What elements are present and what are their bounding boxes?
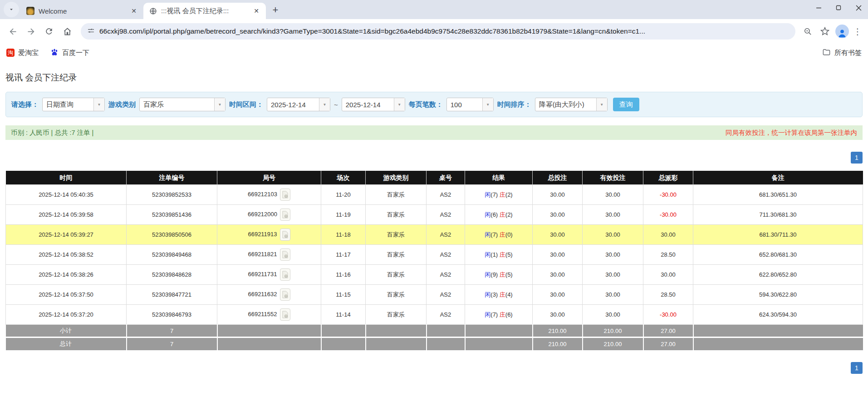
close-window-button[interactable] [852,1,865,15]
cell-session: 11-14 [321,305,366,325]
tab-close-icon[interactable]: ✕ [251,6,261,16]
tab-search-chevron-icon[interactable] [4,2,19,17]
table-row: 2025-12-14 05:39:27 523039850506 6692119… [6,225,863,245]
cell-valid-bet: 30.00 [583,205,643,225]
tab-title: Welcome [39,7,129,15]
cell-table-no: AS2 [427,225,465,245]
cell-game-type: 百家乐 [366,285,427,305]
subtotal-label: 小计 [6,325,127,337]
header-game-type: 游戏类别 [366,171,427,185]
date-from-select[interactable]: 2025-12-14 ▼ [267,98,330,111]
all-bookmarks-label: 所有书签 [834,49,862,57]
cell-result: 闲(9) 庄(5) [465,265,533,285]
cell-payout: 28.50 [643,285,693,305]
tab-betrecord[interactable]: :::视讯 会员下注纪录::: ✕ [143,3,266,19]
cell-result: 闲(3) 庄(4) [465,285,533,305]
cell-total-bet[interactable]: 30.00 [533,285,583,305]
search-button[interactable]: 查询 [613,98,639,111]
bookmark-aitaobao[interactable]: 淘 爱淘宝 [6,49,39,57]
sort-select[interactable]: 降幂(由大到小) ▼ [535,98,608,111]
total-valid-bet: 210.00 [583,337,643,350]
video-replay-icon[interactable] [280,228,290,241]
profile-avatar[interactable] [835,25,849,38]
tab-strip: Welcome ✕ :::视讯 会员下注纪录::: ✕ + [0,0,868,19]
cell-bet-id: 523039848628 [127,265,217,285]
video-replay-icon[interactable] [280,288,290,301]
cell-total-bet[interactable]: 30.00 [533,205,583,225]
result-banker: 庄 [500,311,505,318]
cell-result: 闲(7) 庄(2) [465,185,533,205]
video-replay-icon[interactable] [280,208,290,221]
all-bookmarks-button[interactable]: 所有书签 [822,48,862,58]
welcome-favicon-icon [26,7,34,15]
cell-time: 2025-12-14 05:37:50 [6,285,127,305]
cell-note: 594.30/622.80 [693,285,863,305]
cell-payout: -30.00 [643,205,693,225]
minimize-button[interactable] [812,1,825,15]
table-row: 2025-12-14 05:39:58 523039851436 6692120… [6,205,863,225]
bookmark-label: 爱淘宝 [18,49,39,57]
back-icon[interactable] [5,23,21,40]
video-replay-icon[interactable] [280,248,290,261]
result-banker: 庄 [500,271,505,278]
forward-icon[interactable] [23,23,39,40]
date-to-select[interactable]: 2025-12-14 ▼ [342,98,405,111]
cell-bet-id: 523039850506 [127,225,217,245]
header-time: 时间 [6,171,127,185]
cell-table-no: AS2 [427,245,465,265]
window-controls [812,0,865,15]
video-replay-icon[interactable] [280,308,290,321]
cell-bet-id: 523039852533 [127,185,217,205]
menu-kebab-icon[interactable]: ⋮ [852,26,863,37]
header-note: 备注 [693,171,863,185]
result-player: 闲 [485,251,490,258]
result-player: 闲 [485,271,490,278]
page-size-select[interactable]: 100 ▼ [446,98,494,111]
page-number-button[interactable]: 1 [851,152,863,164]
cell-total-bet[interactable]: 30.00 [533,265,583,285]
cell-note: 622.80/652.80 [693,265,863,285]
address-bar[interactable]: 66cxkj98.com/ipl/portal.php/game/betreco… [81,23,795,40]
video-replay-icon[interactable] [280,189,290,201]
maximize-button[interactable] [832,1,845,15]
cell-session: 11-15 [321,285,366,305]
new-tab-button[interactable]: + [269,3,282,17]
cell-round-id: 669211552 [217,305,321,325]
total-payout: 27.00 [643,337,693,350]
game-type-label: 游戏类别 [108,100,136,109]
bookmarks-bar: 淘 爱淘宝 百度一下 所有书签 [0,44,868,62]
home-icon[interactable] [59,23,75,40]
cell-total-bet[interactable]: 30.00 [533,305,583,325]
cell-session: 11-19 [321,205,366,225]
bookmark-baidu[interactable]: 百度一下 [50,48,89,58]
cell-total-bet[interactable]: 30.00 [533,245,583,265]
page-number-button[interactable]: 1 [851,362,863,374]
table-row: 2025-12-14 05:38:26 523039848628 6692117… [6,265,863,285]
cell-total-bet[interactable]: 30.00 [533,225,583,245]
time-range-label: 时间区间： [229,100,263,109]
query-type-select[interactable]: 日期查询 ▼ [42,98,105,111]
cell-game-type: 百家乐 [366,245,427,265]
cell-total-bet[interactable]: 30.00 [533,185,583,205]
page-content: 视讯 会员下注纪录 请选择： 日期查询 ▼ 游戏类别 百家乐 ▼ 时间区间： 2… [0,72,868,374]
cell-round-id: 669211731 [217,265,321,285]
zoom-indicator-icon[interactable] [800,24,815,39]
cell-table-no: AS2 [427,205,465,225]
cell-result: 闲(6) 庄(2) [465,205,533,225]
subtotal-payout: 27.00 [643,325,693,337]
cell-note: 681.30/651.30 [693,185,863,205]
site-settings-icon[interactable] [87,27,95,36]
game-type-select[interactable]: 百家乐 ▼ [139,98,226,111]
tab-welcome[interactable]: Welcome ✕ [21,3,143,19]
subtotal-valid-bet: 210.00 [583,325,643,337]
reload-icon[interactable] [41,23,57,40]
cell-session: 11-17 [321,245,366,265]
cell-game-type: 百家乐 [366,185,427,205]
tab-close-icon[interactable]: ✕ [129,6,139,16]
total-label: 总计 [6,337,127,350]
notice-text: 同局有效投注，统一计算在该局第一张注单内 [726,129,857,137]
cell-bet-id: 523039846793 [127,305,217,325]
video-replay-icon[interactable] [280,268,290,281]
table-row: 2025-12-14 05:37:50 523039847721 6692116… [6,285,863,305]
bookmark-star-icon[interactable] [817,24,833,39]
